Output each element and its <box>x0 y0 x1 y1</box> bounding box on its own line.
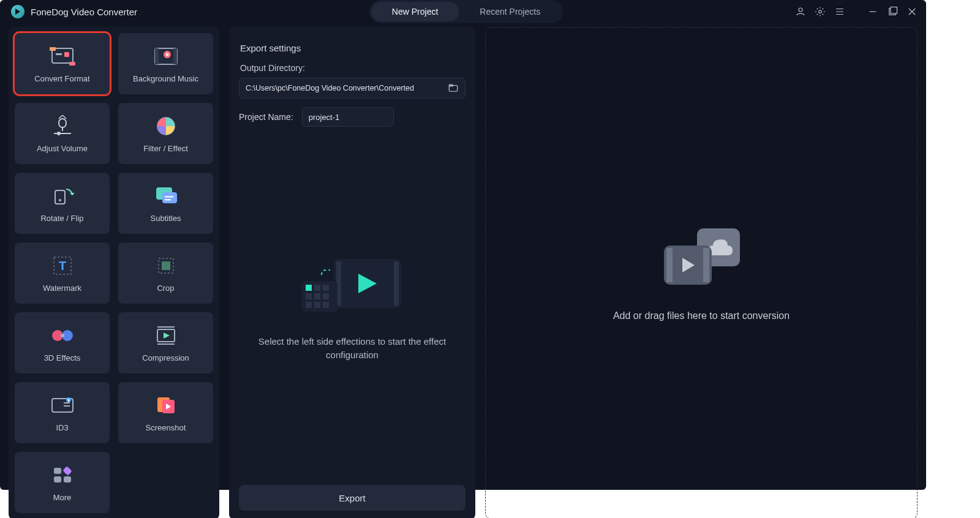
tool-label: Background Music <box>133 74 198 83</box>
project-name-input[interactable] <box>302 107 394 127</box>
3d-effects-icon <box>49 324 76 347</box>
screenshot-icon <box>155 394 177 417</box>
app-title: FoneDog Video Converter <box>31 7 137 17</box>
svg-rect-56 <box>314 293 320 299</box>
tab-new-project[interactable]: New Project <box>371 2 459 21</box>
svg-rect-42 <box>62 466 72 476</box>
output-directory-field[interactable]: C:\Users\pc\FoneDog Video Converter\Conv… <box>239 78 466 99</box>
svg-rect-57 <box>323 293 329 299</box>
svg-rect-43 <box>54 476 61 482</box>
app-logo-group: FoneDog Video Converter <box>11 5 137 18</box>
svg-point-13 <box>165 53 168 56</box>
svg-rect-11 <box>173 48 177 64</box>
svg-rect-64 <box>666 248 673 282</box>
tool-grid: Convert Format Background Music <box>12 31 216 516</box>
tool-screenshot[interactable]: Screenshot <box>118 382 213 443</box>
tool-rotate-flip[interactable]: Rotate / Flip <box>15 173 110 234</box>
export-button-label: Export <box>339 493 365 503</box>
tool-filter-effect[interactable]: Filter / Effect <box>118 103 213 164</box>
svg-rect-49 <box>394 261 399 306</box>
svg-rect-8 <box>69 62 75 66</box>
window-controls <box>795 6 918 17</box>
svg-rect-58 <box>306 302 312 308</box>
watermark-icon: T <box>52 254 73 277</box>
svg-rect-54 <box>323 285 329 291</box>
svg-rect-61 <box>306 285 312 291</box>
tool-label: Filter / Effect <box>143 144 188 153</box>
main-body: Convert Format Background Music <box>0 23 926 518</box>
tool-convert-format[interactable]: Convert Format <box>15 33 110 94</box>
minimize-icon[interactable] <box>867 6 878 17</box>
tool-label: More <box>53 493 72 502</box>
svg-point-1 <box>819 10 822 13</box>
export-empty-state: Select the left side effections to start… <box>239 127 466 485</box>
dropzone[interactable]: Add or drag files here to start conversi… <box>485 27 918 518</box>
svg-point-20 <box>59 199 61 201</box>
tool-label: Compression <box>142 353 189 362</box>
adjust-volume-icon <box>50 114 75 138</box>
convert-format-icon <box>47 45 78 68</box>
export-panel: Export settings Output Directory: C:\Use… <box>229 27 475 518</box>
tool-more[interactable]: More <box>15 452 110 513</box>
svg-rect-23 <box>165 196 173 198</box>
gear-icon[interactable] <box>815 6 826 17</box>
crop-icon <box>156 254 176 277</box>
tool-id3[interactable]: ID3 <box>15 382 110 443</box>
svg-point-0 <box>799 8 802 12</box>
close-icon[interactable] <box>907 6 918 17</box>
app-logo-icon <box>11 5 24 18</box>
tool-subtitles[interactable]: Subtitles <box>118 173 213 234</box>
tool-label: ID3 <box>56 423 68 432</box>
tab-recent-projects[interactable]: Recent Projects <box>459 2 561 21</box>
svg-rect-10 <box>155 48 159 64</box>
more-icon <box>52 464 73 487</box>
menu-icon[interactable] <box>834 6 845 17</box>
titlebar: FoneDog Video Converter New Project Rece… <box>0 0 926 23</box>
tab-new-project-label: New Project <box>392 7 438 17</box>
export-settings-title: Export settings <box>240 43 464 53</box>
svg-rect-35 <box>64 402 70 404</box>
svg-rect-65 <box>703 248 709 282</box>
compression-icon <box>154 324 178 347</box>
svg-rect-24 <box>165 199 171 201</box>
tool-label: 3D Effects <box>44 353 81 362</box>
tool-compression[interactable]: Compression <box>118 312 213 373</box>
user-icon[interactable] <box>795 6 806 17</box>
svg-rect-59 <box>314 302 320 308</box>
svg-text:T: T <box>58 259 66 272</box>
tool-label: Crop <box>157 283 174 293</box>
tool-label: Watermark <box>43 283 81 293</box>
tool-watermark[interactable]: T Watermark <box>15 242 110 304</box>
tab-recent-projects-label: Recent Projects <box>480 7 540 17</box>
svg-rect-22 <box>162 192 177 203</box>
svg-rect-7 <box>50 47 56 51</box>
output-directory-value: C:\Users\pc\FoneDog Video Converter\Conv… <box>246 84 414 92</box>
export-button[interactable]: Export <box>239 485 466 511</box>
project-name-row: Project Name: <box>239 107 466 127</box>
svg-rect-60 <box>323 302 329 308</box>
project-name-label: Project Name: <box>239 112 293 122</box>
tool-label: Convert Format <box>34 74 89 83</box>
tool-3d-effects[interactable]: 3D Effects <box>15 312 110 373</box>
tool-label: Subtitles <box>151 214 181 223</box>
svg-rect-5 <box>56 53 62 55</box>
project-tab-switch: New Project Recent Projects <box>369 0 563 23</box>
tool-label: Screenshot <box>146 423 186 432</box>
tool-background-music[interactable]: Background Music <box>118 33 213 94</box>
tool-crop[interactable]: Crop <box>118 242 213 304</box>
svg-rect-18 <box>55 190 65 204</box>
svg-point-16 <box>57 132 61 135</box>
svg-rect-6 <box>64 52 69 57</box>
svg-marker-19 <box>70 193 75 195</box>
filter-effect-icon <box>155 114 177 138</box>
app-window: FoneDog Video Converter New Project Rece… <box>0 0 926 490</box>
svg-marker-33 <box>164 332 170 339</box>
tool-adjust-volume[interactable]: Adjust Volume <box>15 103 110 164</box>
folder-icon <box>448 83 459 94</box>
svg-rect-55 <box>306 293 312 299</box>
svg-rect-53 <box>314 285 320 291</box>
rotate-flip-icon <box>50 184 75 208</box>
background-music-icon <box>152 45 180 68</box>
maximize-icon[interactable] <box>887 6 898 17</box>
dropzone-illustration-icon <box>655 225 747 295</box>
